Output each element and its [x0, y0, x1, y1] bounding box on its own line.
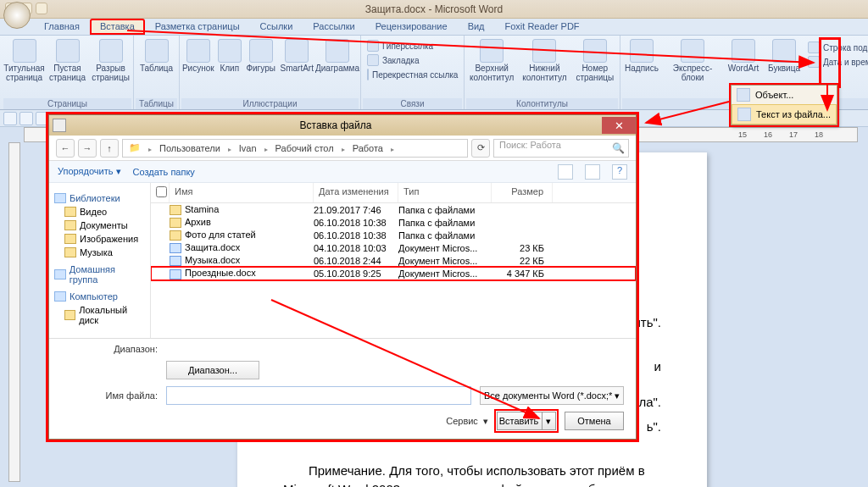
signature-icon	[808, 42, 820, 53]
search-icon: 🔍	[612, 142, 625, 154]
pictures-icon	[64, 234, 76, 244]
bookmark-button[interactable]: Закладка	[364, 53, 460, 67]
object-dropdown-highlight[interactable]	[819, 37, 841, 88]
file-row[interactable]: Stamina21.09.2017 7:46Папка с файлами	[151, 203, 636, 216]
header-button[interactable]: Верхний колонтитул	[466, 39, 517, 82]
help-button[interactable]: ?	[612, 164, 627, 180]
tab-view[interactable]: Вид	[458, 19, 495, 35]
nav-back-button[interactable]: ←	[56, 139, 75, 158]
nav-documents[interactable]: Документы	[53, 219, 147, 232]
nav-forward-button[interactable]: →	[78, 139, 97, 158]
table-button[interactable]: Таблица	[136, 39, 177, 74]
folder-icon	[170, 230, 181, 241]
titlebar: Защита.docx - Microsoft Word	[0, 0, 868, 19]
tab-mailings[interactable]: Рассылки	[303, 19, 364, 35]
view-options-button[interactable]	[558, 164, 573, 180]
nav-up-button[interactable]: ↑	[100, 139, 119, 158]
nav-computer[interactable]: Компьютер	[53, 290, 147, 303]
wordart-button[interactable]: WordArt	[724, 39, 763, 74]
file-row[interactable]: Фото для статей06.10.2018 10:38Папка с ф…	[151, 229, 636, 241]
file-row[interactable]: Музыка.docx06.10.2018 2:44Документ Micro…	[151, 254, 636, 267]
qat-redo-icon[interactable]	[36, 3, 47, 14]
insert-dropdown-icon[interactable]: ▾	[542, 412, 554, 429]
object-icon	[737, 88, 750, 102]
breadcrumb[interactable]: 📁 Пользователи Ivan Рабочий стол Работа	[122, 139, 468, 158]
organize-button[interactable]: Упорядочить ▾	[58, 166, 121, 177]
qat2-open-icon[interactable]	[19, 112, 33, 125]
file-row[interactable]: Архив06.10.2018 10:38Папка с файлами	[151, 216, 636, 229]
shapes-icon	[249, 39, 273, 63]
preview-pane-button[interactable]	[585, 164, 600, 180]
col-type[interactable]: Тип	[398, 183, 492, 202]
smartart-button[interactable]: SmartArt	[279, 39, 314, 74]
shapes-button[interactable]: Фигуры	[244, 39, 278, 74]
range-button[interactable]: Диапазон...	[166, 361, 259, 379]
hyperlink-button[interactable]: Гиперссылка	[364, 39, 460, 53]
wordart-icon	[732, 39, 755, 63]
nav-refresh-button[interactable]: ⟳	[471, 139, 490, 158]
textbox-button[interactable]: Надпись	[622, 39, 661, 74]
clip-icon	[218, 39, 242, 63]
tab-foxit[interactable]: Foxit Reader PDF	[495, 19, 590, 35]
nav-pictures[interactable]: Изображения	[53, 232, 147, 246]
date-icon	[808, 56, 820, 68]
nav-libraries[interactable]: Библиотеки	[53, 191, 147, 205]
select-all-checkbox[interactable]	[156, 186, 167, 197]
chart-button[interactable]: Диаграмма	[316, 39, 359, 74]
tab-home[interactable]: Главная	[34, 19, 90, 35]
new-folder-button[interactable]: Создать папку	[133, 167, 195, 177]
office-button[interactable]	[3, 2, 31, 29]
nav-music[interactable]: Музыка	[53, 246, 147, 259]
group-illustrations-label: Иллюстрации	[181, 98, 359, 109]
object-menu-text-from-file[interactable]: Текст из файла...	[732, 104, 837, 125]
clip-button[interactable]: Клип	[217, 39, 242, 74]
dialog-nav: ← → ↑ 📁 Пользователи Ivan Рабочий стол Р…	[49, 136, 636, 161]
cancel-button[interactable]: Отмена	[565, 412, 624, 430]
window-title: Защита.docx - Microsoft Word	[365, 3, 503, 15]
group-header-footer-label: Колонтитулы	[466, 98, 618, 109]
search-input[interactable]: Поиск: Работа 🔍	[493, 139, 629, 158]
tab-page-layout[interactable]: Разметка страницы	[145, 19, 250, 35]
dialog-sys-icon	[53, 119, 66, 132]
cover-page-button[interactable]: Титульная страница	[3, 39, 45, 82]
nav-localdisk[interactable]: Локальный диск	[53, 303, 147, 327]
doc-icon	[170, 269, 181, 279]
tab-review[interactable]: Рецензирование	[365, 19, 458, 35]
file-list-header[interactable]: Имя Дата изменения Тип Размер	[151, 183, 636, 203]
page-number-button[interactable]: Номер страницы	[572, 39, 618, 82]
col-date[interactable]: Дата изменения	[314, 183, 398, 202]
footer-button[interactable]: Нижний колонтитул	[519, 39, 570, 82]
page-break-button[interactable]: Разрыв страницы	[90, 39, 131, 82]
file-list[interactable]: Имя Дата изменения Тип Размер Stamina21.…	[151, 183, 636, 338]
picture-button[interactable]: Рисунок	[181, 39, 215, 74]
quick-parts-button[interactable]: Экспресс-блоки	[663, 39, 722, 82]
qat2-save-icon[interactable]	[3, 112, 17, 125]
dialog-close-button[interactable]: ✕	[602, 117, 636, 134]
tab-insert[interactable]: Вставка	[90, 19, 145, 35]
tab-references[interactable]: Ссылки	[250, 19, 303, 35]
file-row[interactable]: Проездные.docx05.10.2018 9:25Документ Mi…	[151, 267, 636, 279]
tools-button[interactable]: Сервис ▾	[446, 416, 488, 427]
file-row[interactable]: Защита.docx04.10.2018 10:03Документ Micr…	[151, 241, 636, 254]
nav-video[interactable]: Видео	[53, 205, 147, 219]
documents-icon	[64, 220, 76, 230]
insert-button[interactable]: Вставить▾	[497, 412, 556, 430]
nav-homegroup[interactable]: Домашняя группа	[53, 263, 147, 286]
video-icon	[64, 207, 76, 217]
group-pages-label: Страницы	[3, 98, 131, 109]
cross-reference-button[interactable]: Перекрестная ссылка	[364, 68, 460, 81]
table-icon	[145, 39, 169, 63]
object-menu-object[interactable]: Объект...	[732, 86, 837, 104]
chart-icon	[326, 39, 349, 63]
blank-page-button[interactable]: Пустая страница	[47, 39, 88, 82]
col-size[interactable]: Размер	[492, 183, 553, 202]
group-links-label: Связи	[363, 98, 462, 109]
smartart-icon	[285, 39, 309, 63]
col-name[interactable]: Имя	[170, 183, 314, 202]
ruler-vertical[interactable]	[8, 142, 20, 482]
filename-input[interactable]	[166, 386, 471, 405]
cross-ref-icon	[367, 69, 369, 80]
dropcap-button[interactable]: Буквица	[765, 39, 804, 74]
disk-icon	[64, 310, 75, 320]
file-filter-select[interactable]: Все документы Word (*.docx;*▾	[480, 386, 624, 405]
